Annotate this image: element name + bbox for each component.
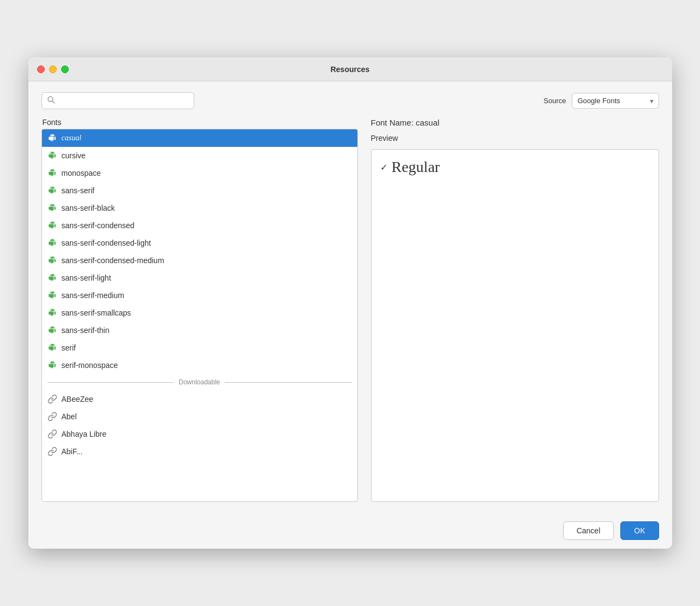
font-item[interactable]: Abhaya Libre	[42, 425, 357, 443]
traffic-lights	[37, 66, 69, 73]
preview-label: Preview	[371, 134, 659, 142]
font-item[interactable]: serif	[42, 339, 357, 357]
source-select-wrapper: Google Fonts System Fonts	[572, 93, 659, 109]
font-item[interactable]: sans-serif-medium	[42, 287, 357, 304]
svg-point-0	[48, 97, 53, 102]
svg-line-1	[52, 102, 55, 104]
bottom-bar: Cancel OK	[28, 513, 672, 549]
right-panel: Font Name: casual Preview ✓ Regular	[358, 118, 659, 502]
font-item[interactable]: serif-monospace	[42, 357, 357, 374]
font-item[interactable]: monospace	[42, 164, 357, 182]
font-item[interactable]: casual	[42, 129, 357, 147]
main-content: Source Google Fonts System Fonts Fonts c	[28, 81, 672, 513]
close-button[interactable]	[37, 66, 45, 73]
window-title: Resources	[331, 65, 370, 74]
source-select[interactable]: Google Fonts System Fonts	[572, 93, 659, 109]
font-item[interactable]: sans-serif-condensed-light	[42, 234, 357, 252]
font-item[interactable]: sans-serif-black	[42, 199, 357, 217]
check-icon: ✓	[380, 162, 387, 173]
font-item[interactable]: sans-serif-condensed	[42, 217, 357, 234]
source-row: Source Google Fonts System Fonts	[543, 93, 659, 109]
font-item[interactable]: Abel	[42, 408, 357, 425]
font-item[interactable]: sans-serif-smallcaps	[42, 304, 357, 322]
font-item[interactable]: sans-serif-light	[42, 269, 357, 287]
font-item[interactable]: cursive	[42, 147, 357, 164]
maximize-button[interactable]	[61, 66, 69, 73]
cancel-button[interactable]: Cancel	[563, 521, 614, 540]
downloadable-label: Downloadable	[178, 378, 220, 386]
font-item[interactable]: sans-serif-condensed-medium	[42, 252, 357, 269]
font-item[interactable]: sans-serif-thin	[42, 322, 357, 339]
panel: Fonts casual cursive monospace sans-seri…	[41, 118, 659, 502]
preview-text: Regular	[392, 158, 440, 176]
resources-window: Resources Source Google Fonts Sy	[28, 57, 672, 549]
font-list[interactable]: casual cursive monospace sans-serif sans…	[42, 129, 357, 501]
left-panel: Fonts casual cursive monospace sans-seri…	[41, 118, 358, 502]
font-item[interactable]: AbiF...	[42, 443, 357, 460]
fonts-label: Fonts	[41, 118, 358, 127]
preview-item: ✓ Regular	[380, 158, 650, 176]
search-input[interactable]	[59, 97, 188, 105]
font-list-container: casual cursive monospace sans-serif sans…	[41, 129, 358, 502]
search-box	[41, 92, 194, 109]
font-item[interactable]: sans-serif	[42, 182, 357, 199]
toolbar: Source Google Fonts System Fonts	[41, 92, 659, 109]
font-item[interactable]: ABeeZee	[42, 390, 357, 408]
preview-box: ✓ Regular	[371, 149, 659, 502]
downloadable-separator: Downloadable	[42, 374, 357, 390]
source-label: Source	[543, 97, 566, 105]
font-name-title: Font Name: casual	[371, 118, 659, 127]
ok-button[interactable]: OK	[620, 521, 659, 540]
minimize-button[interactable]	[49, 66, 57, 73]
titlebar: Resources	[28, 57, 672, 81]
search-icon	[47, 96, 55, 105]
